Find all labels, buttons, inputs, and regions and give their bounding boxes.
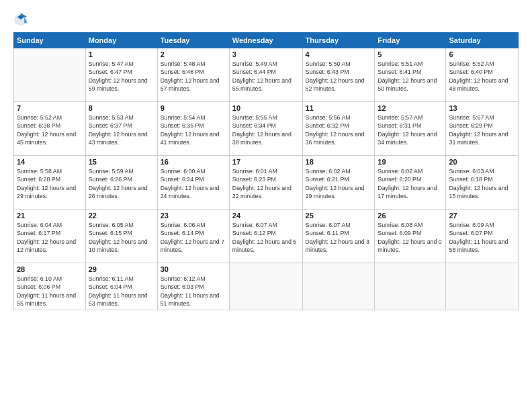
day-number: 20: [449, 158, 515, 166]
calendar-cell: 9Sunrise: 5:54 AMSunset: 6:35 PMDaylight…: [157, 102, 229, 156]
calendar-cell: 22Sunrise: 6:05 AMSunset: 6:15 PMDayligh…: [85, 210, 157, 263]
calendar-cell: 8Sunrise: 5:53 AMSunset: 6:37 PMDaylight…: [85, 102, 157, 156]
calendar-cell: 14Sunrise: 5:58 AMSunset: 6:28 PMDayligh…: [14, 156, 86, 210]
calendar-cell: 6Sunrise: 5:52 AMSunset: 6:40 PMDaylight…: [446, 48, 519, 102]
calendar-cell: [302, 263, 375, 310]
calendar-cell: 20Sunrise: 6:03 AMSunset: 6:18 PMDayligh…: [446, 156, 519, 210]
calendar-cell: 7Sunrise: 5:52 AMSunset: 6:38 PMDaylight…: [14, 102, 86, 156]
sun-info: Sunrise: 6:09 AMSunset: 6:07 PMDaylight:…: [449, 221, 515, 254]
sun-info: Sunrise: 5:52 AMSunset: 6:38 PMDaylight:…: [17, 113, 83, 146]
page: SundayMondayTuesdayWednesdayThursdayFrid…: [0, 0, 532, 411]
sun-info: Sunrise: 5:49 AMSunset: 6:44 PMDaylight:…: [232, 60, 300, 93]
day-header-monday: Monday: [85, 33, 157, 48]
sun-info: Sunrise: 6:07 AMSunset: 6:12 PMDaylight:…: [232, 221, 300, 254]
calendar-cell: 26Sunrise: 6:08 AMSunset: 6:09 PMDayligh…: [375, 210, 446, 263]
day-number: 12: [378, 104, 443, 112]
sun-info: Sunrise: 5:54 AMSunset: 6:35 PMDaylight:…: [161, 113, 226, 146]
day-number: 11: [306, 104, 372, 112]
calendar-cell: 30Sunrise: 6:12 AMSunset: 6:03 PMDayligh…: [157, 263, 229, 310]
day-number: 29: [89, 265, 154, 273]
day-number: 22: [89, 212, 154, 220]
sun-info: Sunrise: 5:48 AMSunset: 6:46 PMDaylight:…: [161, 60, 226, 93]
day-number: 30: [161, 265, 226, 273]
header: [13, 12, 519, 27]
calendar-cell: 10Sunrise: 5:55 AMSunset: 6:34 PMDayligh…: [229, 102, 302, 156]
calendar-cell: 11Sunrise: 5:56 AMSunset: 6:32 PMDayligh…: [302, 102, 375, 156]
sun-info: Sunrise: 5:52 AMSunset: 6:40 PMDaylight:…: [449, 60, 515, 93]
logo-icon: [13, 12, 28, 27]
day-number: 13: [449, 104, 515, 112]
day-number: 23: [161, 212, 226, 220]
day-number: 7: [17, 104, 83, 112]
week-row-2: 14Sunrise: 5:58 AMSunset: 6:28 PMDayligh…: [14, 156, 519, 210]
sun-info: Sunrise: 5:59 AMSunset: 6:26 PMDaylight:…: [89, 167, 154, 200]
calendar-cell: 18Sunrise: 6:02 AMSunset: 6:21 PMDayligh…: [302, 156, 375, 210]
day-number: 6: [449, 50, 515, 58]
calendar-cell: 27Sunrise: 6:09 AMSunset: 6:07 PMDayligh…: [446, 210, 519, 263]
calendar-table: SundayMondayTuesdayWednesdayThursdayFrid…: [13, 32, 519, 310]
calendar-cell: 3Sunrise: 5:49 AMSunset: 6:44 PMDaylight…: [229, 48, 302, 102]
day-number: 28: [17, 265, 83, 273]
calendar-cell: 28Sunrise: 6:10 AMSunset: 6:06 PMDayligh…: [14, 263, 86, 310]
sun-info: Sunrise: 6:11 AMSunset: 6:04 PMDaylight:…: [89, 275, 154, 308]
calendar-cell: 17Sunrise: 6:01 AMSunset: 6:23 PMDayligh…: [229, 156, 302, 210]
day-header-saturday: Saturday: [446, 33, 519, 48]
day-number: 5: [378, 50, 443, 58]
sun-info: Sunrise: 5:53 AMSunset: 6:37 PMDaylight:…: [89, 113, 154, 146]
day-number: 24: [232, 212, 300, 220]
calendar-cell: 5Sunrise: 5:51 AMSunset: 6:41 PMDaylight…: [375, 48, 446, 102]
day-number: 2: [161, 50, 226, 58]
sun-info: Sunrise: 6:03 AMSunset: 6:18 PMDaylight:…: [449, 167, 515, 200]
day-number: 1: [89, 50, 154, 58]
day-number: 9: [161, 104, 226, 112]
sun-info: Sunrise: 5:47 AMSunset: 6:47 PMDaylight:…: [89, 60, 154, 93]
day-number: 25: [306, 212, 372, 220]
day-number: 19: [378, 158, 443, 166]
sun-info: Sunrise: 6:00 AMSunset: 6:24 PMDaylight:…: [161, 167, 226, 200]
day-number: 26: [378, 212, 443, 220]
day-number: 4: [306, 50, 372, 58]
calendar-cell: 19Sunrise: 6:02 AMSunset: 6:20 PMDayligh…: [375, 156, 446, 210]
sun-info: Sunrise: 6:01 AMSunset: 6:23 PMDaylight:…: [232, 167, 300, 200]
header-row: SundayMondayTuesdayWednesdayThursdayFrid…: [14, 33, 519, 48]
day-number: 18: [306, 158, 372, 166]
calendar-cell: 25Sunrise: 6:07 AMSunset: 6:11 PMDayligh…: [302, 210, 375, 263]
sun-info: Sunrise: 6:02 AMSunset: 6:20 PMDaylight:…: [378, 167, 443, 200]
day-number: 16: [161, 158, 226, 166]
calendar-cell: [375, 263, 446, 310]
day-number: 3: [232, 50, 300, 58]
sun-info: Sunrise: 6:02 AMSunset: 6:21 PMDaylight:…: [306, 167, 372, 200]
week-row-1: 7Sunrise: 5:52 AMSunset: 6:38 PMDaylight…: [14, 102, 519, 156]
calendar-cell: 23Sunrise: 6:06 AMSunset: 6:14 PMDayligh…: [157, 210, 229, 263]
day-number: 10: [232, 104, 300, 112]
day-number: 8: [89, 104, 154, 112]
calendar-cell: [14, 48, 86, 102]
calendar-cell: 2Sunrise: 5:48 AMSunset: 6:46 PMDaylight…: [157, 48, 229, 102]
calendar-cell: 24Sunrise: 6:07 AMSunset: 6:12 PMDayligh…: [229, 210, 302, 263]
calendar-cell: 1Sunrise: 5:47 AMSunset: 6:47 PMDaylight…: [85, 48, 157, 102]
week-row-3: 21Sunrise: 6:04 AMSunset: 6:17 PMDayligh…: [14, 210, 519, 263]
sun-info: Sunrise: 6:12 AMSunset: 6:03 PMDaylight:…: [161, 275, 226, 308]
sun-info: Sunrise: 5:58 AMSunset: 6:28 PMDaylight:…: [17, 167, 83, 200]
logo: [13, 12, 31, 27]
sun-info: Sunrise: 5:51 AMSunset: 6:41 PMDaylight:…: [378, 60, 443, 93]
day-number: 17: [232, 158, 300, 166]
day-header-friday: Friday: [375, 33, 446, 48]
sun-info: Sunrise: 6:08 AMSunset: 6:09 PMDaylight:…: [378, 221, 443, 254]
calendar-cell: 13Sunrise: 5:57 AMSunset: 6:29 PMDayligh…: [446, 102, 519, 156]
day-number: 15: [89, 158, 154, 166]
calendar-cell: 4Sunrise: 5:50 AMSunset: 6:43 PMDaylight…: [302, 48, 375, 102]
sun-info: Sunrise: 5:57 AMSunset: 6:29 PMDaylight:…: [449, 113, 515, 146]
sun-info: Sunrise: 5:55 AMSunset: 6:34 PMDaylight:…: [232, 113, 300, 146]
calendar-cell: 16Sunrise: 6:00 AMSunset: 6:24 PMDayligh…: [157, 156, 229, 210]
sun-info: Sunrise: 6:06 AMSunset: 6:14 PMDaylight:…: [161, 221, 226, 254]
sun-info: Sunrise: 6:07 AMSunset: 6:11 PMDaylight:…: [306, 221, 372, 254]
sun-info: Sunrise: 6:10 AMSunset: 6:06 PMDaylight:…: [17, 275, 83, 308]
sun-info: Sunrise: 5:56 AMSunset: 6:32 PMDaylight:…: [306, 113, 372, 146]
day-header-tuesday: Tuesday: [157, 33, 229, 48]
day-header-wednesday: Wednesday: [229, 33, 302, 48]
calendar-cell: 21Sunrise: 6:04 AMSunset: 6:17 PMDayligh…: [14, 210, 86, 263]
sun-info: Sunrise: 6:05 AMSunset: 6:15 PMDaylight:…: [89, 221, 154, 254]
day-number: 27: [449, 212, 515, 220]
sun-info: Sunrise: 5:57 AMSunset: 6:31 PMDaylight:…: [378, 113, 443, 146]
